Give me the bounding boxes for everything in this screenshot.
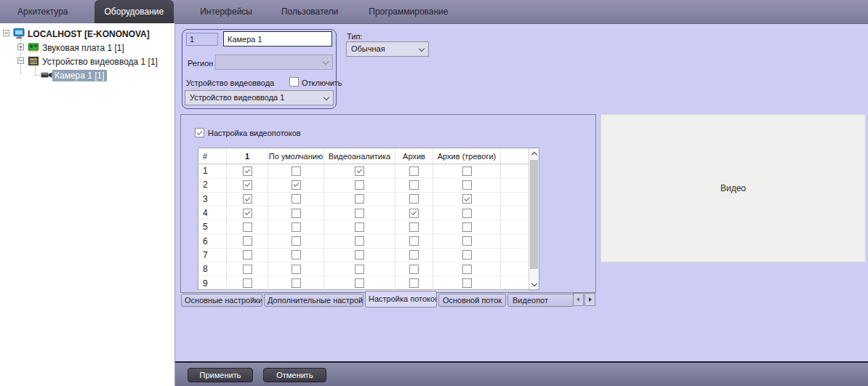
camera-name-input[interactable] [223,31,332,47]
table-cell [227,220,268,234]
stream-checkbox-r4-c3[interactable] [355,209,364,218]
stream-checkbox-r2-c2[interactable] [292,180,301,190]
stream-checkbox-r8-c1[interactable] [243,265,252,274]
tab-scroll-left-button[interactable] [573,293,584,306]
table-cell [433,249,501,262]
stream-checkbox-r8-c4[interactable] [409,265,419,274]
table-row: 6 [198,234,539,248]
table-row: 4 [198,206,539,220]
table-cell [433,178,501,192]
stream-checkbox-r1-c1[interactable] [243,166,252,176]
table-cell [227,262,268,276]
tab-2[interactable]: Дополнительные настройки [264,294,363,307]
stream-checkbox-r6-c3[interactable] [355,236,364,246]
stream-checkbox-r9-c2[interactable] [292,278,301,288]
table-scrollbar[interactable] [529,148,539,289]
table-cell [395,220,433,234]
table-cell [227,206,268,220]
stream-checkbox-r6-c1[interactable] [243,236,252,246]
stream-checkbox-r7-c4[interactable] [409,250,419,260]
stream-checkbox-r6-c5[interactable] [462,236,472,246]
menu-item-5[interactable]: Программирование [357,0,459,23]
tab-1[interactable]: Основные настройки [181,294,262,307]
row-number: 1 [198,164,227,178]
stream-checkbox-r7-c1[interactable] [243,250,252,260]
stream-checkbox-r4-c5[interactable] [462,209,472,218]
tree-item-label: Камера 1 [1] [52,70,107,81]
table-cell [227,234,268,248]
row-number: 4 [198,206,227,220]
stream-checkbox-r9-c1[interactable] [243,278,252,288]
stream-checkbox-r1-c2[interactable] [292,166,301,176]
stream-checkbox-r1-c3[interactable] [355,166,364,176]
stream-checkbox-r9-c4[interactable] [409,278,419,288]
table-cell [395,276,433,290]
collapse-icon[interactable]: − [3,30,9,36]
scrollbar-thumb[interactable] [530,160,538,269]
stream-checkbox-r3-c5[interactable] [462,194,472,204]
stream-checkbox-r5-c5[interactable] [462,222,472,232]
stream-checkbox-r7-c3[interactable] [355,250,364,260]
tree-item-1[interactable]: −LOCALHOST [E-KONONOVA] [0,28,174,41]
tree-item-2[interactable]: +Звуковая плата 1 [1] [0,41,174,55]
streams-enable-checkbox[interactable] [195,128,204,137]
stream-checkbox-r3-c1[interactable] [243,194,252,204]
stream-checkbox-r2-c1[interactable] [243,180,252,190]
disable-checkbox[interactable] [289,77,299,87]
stream-checkbox-r4-c1[interactable] [243,209,252,218]
scroll-down-icon[interactable] [529,279,539,289]
stream-checkbox-r2-c3[interactable] [355,180,364,190]
apply-button[interactable]: Применить [188,368,253,382]
tab-4[interactable]: Основной поток [438,294,506,307]
table-cell [268,220,324,234]
stream-checkbox-r9-c3[interactable] [355,278,364,288]
stream-checkbox-r5-c4[interactable] [409,222,419,232]
table-cell-filler [501,249,529,262]
column-header-3: По умолчанию [268,148,324,164]
type-dropdown[interactable]: Обычная [346,41,429,57]
stream-checkbox-r3-c4[interactable] [409,194,419,204]
stream-checkbox-r8-c5[interactable] [462,265,472,274]
scroll-up-icon[interactable] [529,148,539,158]
collapse-icon[interactable]: − [17,57,24,64]
stream-checkbox-r6-c2[interactable] [292,236,301,246]
stream-checkbox-r3-c2[interactable] [292,194,301,204]
stream-checkbox-r8-c2[interactable] [292,265,301,274]
region-dropdown[interactable] [215,55,333,70]
stream-checkbox-r5-c2[interactable] [292,222,301,232]
stream-checkbox-r4-c4[interactable] [409,209,419,218]
tree-item-3[interactable]: −Устройство видеоввода 1 [1] [0,55,174,68]
stream-checkbox-r6-c4[interactable] [409,236,419,246]
stream-checkbox-r7-c5[interactable] [462,250,472,260]
expand-icon[interactable]: + [17,44,24,50]
stream-checkbox-r2-c4[interactable] [409,180,419,190]
menu-item-2[interactable]: Оборудование [95,0,174,23]
stream-checkbox-r3-c3[interactable] [355,194,364,204]
menu-item-4[interactable]: Пользователи [270,0,350,23]
stream-checkbox-r1-c4[interactable] [409,166,419,176]
tab-5[interactable]: Видеопот [507,294,574,307]
camera-number-input[interactable] [186,33,218,46]
table-cell [268,234,324,248]
stream-checkbox-r5-c3[interactable] [355,222,364,232]
tab-3[interactable]: Настройка потоков [365,291,437,307]
cancel-button[interactable]: Отменить [263,368,326,382]
menu-item-3[interactable]: Интерфейсы [188,0,264,23]
stream-checkbox-r8-c3[interactable] [355,265,364,274]
column-header-5: Архив [395,148,433,164]
tree-item-4[interactable]: Камера 1 [1] [0,69,174,82]
stream-checkbox-r9-c5[interactable] [462,278,472,288]
stream-checkbox-r7-c2[interactable] [292,250,301,260]
streams-table: #1По умолчаниюВидеоаналитикаАрхивАрхив (… [198,148,539,290]
table-cell [268,206,324,220]
menu-item-1[interactable]: Архитектура [6,0,80,23]
tab-scroll-right-button[interactable] [584,293,595,306]
table-cell [324,178,395,192]
device-dropdown[interactable]: Устройство видеоввода 1 [185,90,334,105]
stream-checkbox-r2-c5[interactable] [462,180,472,190]
sound-card-icon [28,41,39,53]
stream-checkbox-r4-c2[interactable] [292,209,301,218]
stream-checkbox-r5-c1[interactable] [243,222,252,232]
stream-checkbox-r1-c5[interactable] [462,166,472,176]
device-tree-panel: −LOCALHOST [E-KONONOVA]+Звуковая плата 1… [0,23,175,386]
